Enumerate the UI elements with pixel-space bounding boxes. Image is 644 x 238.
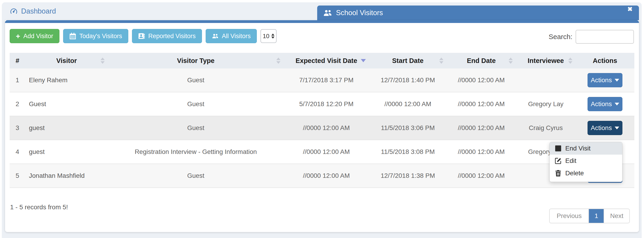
caret-down-icon [614,103,619,105]
start-date-cell: 12/7/2018 1:38 PM [369,172,446,179]
table-row: 3 guest Guest //0000 12:00 AM 11/5/2018 … [10,116,634,140]
row-number-cell: 3 [10,124,25,132]
stop-icon [555,145,562,152]
plus-icon: + [16,32,20,40]
school-visitors-panel: + Add Visitor Today's Visitors [5,20,639,232]
expected-visit-date-cell: 7/17/2018 3:17 PM [284,77,369,84]
visitor-cell: guest [25,148,108,155]
all-visitors-button[interactable]: All Visitors [206,29,257,43]
users-icon [323,9,332,17]
tab-school-visitors-label: School Visitors [336,9,383,17]
expected-visit-date-cell: //0000 12:00 AM [284,148,369,155]
row-actions-button[interactable]: Actions [588,121,622,135]
visitor-type-cell: Guest [108,124,284,132]
end-date-cell: //0000 12:00 AM [446,100,516,108]
menu-item-delete[interactable]: Delete [550,167,622,179]
records-summary: 1 - 5 records from 5! [10,203,68,211]
calendar-icon [69,33,76,40]
header-visitor-type[interactable]: Visitor Type [108,57,284,65]
pagination: Previous 1 Next [549,209,630,223]
trash-icon [555,170,562,177]
toolbar: + Add Visitor Today's Visitors [5,23,639,53]
actions-cell: Actions [576,97,634,111]
visitor-type-cell: Guest [108,100,284,108]
expected-visit-date-cell: //0000 12:00 AM [284,124,369,132]
expected-visit-date-cell: //0000 12:00 AM [284,172,369,179]
sort-icon[interactable] [568,58,572,64]
visitor-type-cell: Registration Interview - Getting Informa… [108,148,284,155]
sort-icon[interactable] [276,58,280,64]
visitor-cell: guest [25,124,108,132]
visitor-cell: Eleny Rahem [25,77,108,84]
sort-icon[interactable] [508,58,513,64]
tab-dashboard-label: Dashboard [21,7,56,16]
id-card-icon [138,33,145,40]
reported-visitors-label: Reported Visitors [148,33,196,40]
table-row: 2 Guest Guest 5/7/2018 12:20 PM //0000 1… [10,92,634,116]
pagination-next-button[interactable]: Next [604,209,629,223]
end-date-cell: //0000 12:00 AM [446,77,516,84]
header-start-date[interactable]: Start Date [369,57,446,65]
tab-bar: Dashboard School Visitors ✖ [2,2,642,20]
actions-dropdown-menu: End Visit Edit [550,142,622,182]
row-actions-button[interactable]: Actions [588,97,622,111]
panel-accent-bar [5,20,639,23]
users-icon [212,33,219,40]
sort-descending-icon[interactable] [361,59,366,62]
start-date-cell: 12/7/2018 1:40 PM [369,77,446,84]
add-visitor-label: Add Visitor [24,33,53,40]
header-actions: Actions [576,57,634,65]
page-size-stepper[interactable]: 10 [260,29,276,43]
visitor-cell: Jonathan Mashfield [25,172,108,179]
end-date-cell: //0000 12:00 AM [446,124,516,132]
table-row: 5 Jonathan Mashfield Guest //0000 12:00 … [10,164,634,188]
row-number-cell: 4 [10,148,25,155]
tab-school-visitors[interactable]: School Visitors [317,6,639,20]
table-header-row: # Visitor Visitor Type Expected Visit Da… [10,53,634,69]
add-visitor-button[interactable]: + Add Visitor [10,29,60,43]
all-visitors-label: All Visitors [222,33,251,40]
row-actions-button[interactable]: Actions [588,73,622,87]
actions-cell: Actions [576,121,634,135]
row-number-cell: 2 [10,100,25,108]
start-date-cell: //0000 12:00 AM [369,100,446,108]
stepper-arrows-icon[interactable] [271,34,274,39]
reported-visitors-button[interactable]: Reported Visitors [132,29,202,43]
visitor-type-cell: Guest [108,77,284,84]
header-visitor[interactable]: Visitor [25,57,108,65]
actions-cell: Actions [576,73,634,87]
todays-visitors-label: Today's Visitors [80,33,122,40]
app-background: Dashboard School Visitors ✖ + Add Visito… [2,2,642,238]
menu-item-edit[interactable]: Edit [550,155,622,167]
header-expected-visit-date[interactable]: Expected Visit Date [284,57,369,65]
sort-icon[interactable] [100,58,105,64]
search-label: Search: [549,33,572,41]
end-date-cell: //0000 12:00 AM [446,148,516,155]
header-end-date[interactable]: End Date [446,57,516,65]
start-date-cell: 11/5/2018 3:06 PM [369,124,446,132]
tab-dashboard[interactable]: Dashboard [10,2,56,20]
sort-icon[interactable] [439,58,444,64]
table-row: 4 guest Registration Interview - Getting… [10,140,634,164]
header-interviewee[interactable]: Interviewee [516,57,576,65]
table-body: 1 Eleny Rahem Guest 7/17/2018 3:17 PM 12… [10,69,634,188]
header-num: # [10,57,25,65]
visitor-type-cell: Guest [108,172,284,179]
close-tab-icon[interactable]: ✖ [627,6,632,13]
start-date-cell: 11/5/2018 3:08 PM [369,148,446,155]
caret-down-icon [614,127,619,129]
caret-down-icon [614,79,619,82]
page-size-value: 10 [263,33,270,40]
dashboard-gauge-icon [10,7,18,16]
menu-item-end-visit[interactable]: End Visit [550,142,622,155]
pagination-previous-button[interactable]: Previous [550,209,589,223]
row-number-cell: 1 [10,77,25,84]
todays-visitors-button[interactable]: Today's Visitors [63,29,128,43]
expected-visit-date-cell: 5/7/2018 12:20 PM [284,100,369,108]
interviewee-cell: Gregory Lay [516,100,576,108]
visitors-table: # Visitor Visitor Type Expected Visit Da… [10,53,634,188]
interviewee-cell: Craig Cyrus [516,124,576,132]
end-date-cell: //0000 12:00 AM [446,172,516,179]
search-input[interactable] [576,30,634,44]
pagination-page-1-button[interactable]: 1 [589,209,604,223]
